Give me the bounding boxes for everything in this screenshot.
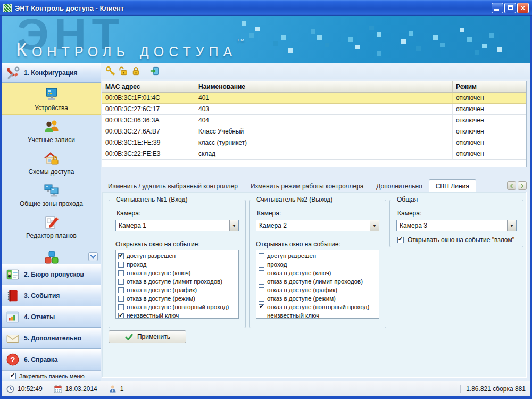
table-body: 00:0B:3C:1F:01:4C 401 отключен 00:0B:3C:… [102,93,526,160]
sidebar-item-access-schemes[interactable]: Схемы доступа [2,147,101,179]
tab-additional[interactable]: Дополнительно [370,180,428,192]
maximize-button[interactable] [504,3,516,13]
sidebar-section-configuration[interactable]: 1. Конфигурация [2,63,101,83]
exit-button[interactable] [148,64,161,77]
tabs-scroll-left-button[interactable] [507,181,516,190]
checkbox-icon [118,270,124,276]
tab-edit-controller[interactable]: Изменить / удалить выбранный контроллер [102,180,244,192]
event-option[interactable]: неизвестный ключ [118,311,238,319]
brand-title-text: Контроль доступа [16,39,237,61]
pixel-decoration [242,21,246,26]
cell-name: 401 [195,93,453,103]
sidebar-section-help[interactable]: ? 6. Справка [2,349,101,370]
status-version: 1.86.821 сборка 881 [466,385,526,393]
sidebar-item-label: Устройства [35,104,68,112]
event-option-label: доступ разрешен [267,253,316,259]
sidebar-item-devices[interactable]: Устройства [2,83,101,115]
status-separator [103,385,103,393]
event-option[interactable]: доступ разрешен [259,252,379,260]
reader2-camera-select[interactable]: Камера 2 ▼ [256,220,379,231]
event-option-label: отказ в доступе (лимит проходов) [267,278,363,285]
table-row[interactable]: 00:0B:3C:1E:FE:39 класс (турникет) отклю… [102,137,526,148]
app-window: ЭНТ Контроль доступа - Клиент × ЭНТ Конт… [0,0,532,399]
event-option[interactable]: отказ в доступе (ключ) [259,269,379,277]
table-row[interactable]: 00:0B:3C:27:6A:B7 Класс Учебный отключен [102,126,526,137]
event-option[interactable]: неизвестный ключ [259,311,379,319]
event-option[interactable]: отказ в доступе (ключ) [118,269,238,277]
reader1-camera-select[interactable]: Камера 1 ▼ [115,220,239,231]
table-row[interactable]: 00:0B:3C:06:36:3A 404 отключен [102,115,526,126]
reader1-groupbox: Считыватель №1 (Вход) Камера: Камера 1 ▼… [109,200,246,328]
checkbox-icon [118,253,124,259]
close-button[interactable]: × [517,3,529,13]
apply-button[interactable]: Применить [109,330,186,343]
event-option[interactable]: проход [118,260,238,269]
break-in-event-checkbox[interactable]: Открывать окно на событие "взлом" [397,236,514,244]
column-header-name[interactable]: Наименование [195,81,453,92]
sidebar-scroll-down-button[interactable] [88,252,98,261]
cell-name: 404 [195,115,453,126]
exit-icon [149,66,160,76]
cell-mac: 00:0B:3C:1E:FE:39 [102,137,195,148]
camera-label: Камера: [117,210,140,217]
event-option-label: отказ в доступе (график) [267,287,337,293]
tab-cctv-line[interactable]: СВН Линия [429,179,476,192]
event-option[interactable]: отказ в доступе (режим) [118,294,238,303]
event-option[interactable]: отказ в доступе (повторный проход) [259,303,379,311]
sidebar-item-label: Редактор планов [26,232,77,239]
event-option[interactable]: отказ в доступе (график) [118,286,238,294]
status-separator [48,385,48,393]
event-option[interactable]: проход [259,260,379,269]
event-option-label: отказ в доступе (повторный проход) [127,304,229,310]
app-icon [3,4,12,12]
groupbox-title: Считыватель №1 (Вход) [113,196,190,203]
sidebar-section-pass-bureau[interactable]: 2. Бюро пропусков [2,264,101,285]
event-option[interactable]: отказ в доступе (лимит проходов) [118,277,238,286]
table-row[interactable]: 00:0B:3C:27:6C:17 403 отключен [102,104,526,115]
event-option[interactable]: отказ в доступе (режим) [259,294,379,303]
table-row[interactable]: 00:0B:3C:1F:01:4C 401 отключен [102,93,526,104]
event-option[interactable]: доступ разрешен [118,252,238,260]
sidebar-item-plan-editor[interactable]: Редактор планов [2,211,101,243]
tab-change-mode[interactable]: Изменить режим работы контроллера [244,180,370,192]
column-header-mac[interactable]: MAC адрес [102,81,195,92]
event-option[interactable]: отказ в доступе (повторный проход) [118,303,238,311]
sidebar-item-common-zones[interactable]: Общие зоны прохода [2,179,101,211]
groupbox-title: Считыватель №2 (Выход) [254,196,335,203]
window-title: ЭНТ Контроль доступа - Клиент [15,4,124,12]
key-button[interactable] [104,64,117,77]
break-in-event-label: Открывать окно на событие "взлом" [408,236,514,244]
general-camera-select[interactable]: Камера 3 ▼ [396,220,517,231]
sidebar-section-reports[interactable]: 4. Отчеты [2,306,101,328]
checkbox-icon [10,373,16,379]
unlock-button[interactable] [117,64,129,77]
checkbox-icon [259,304,264,310]
pin-menu-checkbox[interactable]: Закрепить панель меню [2,370,101,381]
cell-name: Класс Учебный [195,126,453,137]
reader2-groupbox: Считыватель №2 (Выход) Камера: Камера 2 … [249,200,386,328]
event-option[interactable]: отказ в доступе (лимит проходов) [259,277,379,286]
brand-title: Контроль доступатм [16,36,245,60]
sidebar-section-additional[interactable]: 5. Дополнительно [2,328,101,349]
zones-icon [43,182,60,199]
window-titlebar: ЭНТ Контроль доступа - Клиент × [0,0,532,16]
camera-select-value: Камера 2 [256,222,370,229]
status-time: 10:52:49 [6,385,43,393]
sidebar: 1. Конфигурация Устройства [2,63,101,381]
column-header-mode[interactable]: Режим [453,81,526,92]
sidebar-item-cubes[interactable] [2,243,101,264]
event-option[interactable]: отказ в доступе (график) [259,286,379,294]
table-row[interactable]: 00:0B:3C:22:FE:E3 склад отключен [102,148,526,160]
sidebar-section-events[interactable]: 3. События [2,285,101,306]
minimize-button[interactable] [492,3,503,13]
trademark-mark: тм [237,36,245,43]
svg-text:?: ? [10,355,15,364]
lock-button[interactable] [129,64,142,77]
cell-mac: 00:0B:3C:27:6C:17 [102,104,195,114]
chevron-down-icon [90,255,96,259]
sidebar-item-accounts[interactable]: Учетные записи [2,115,101,147]
event-option-label: проход [267,261,287,268]
tabs-scroll-right-button[interactable] [518,181,527,190]
checkbox-icon [118,304,124,310]
cell-mac: 00:0B:3C:1F:01:4C [102,93,195,103]
